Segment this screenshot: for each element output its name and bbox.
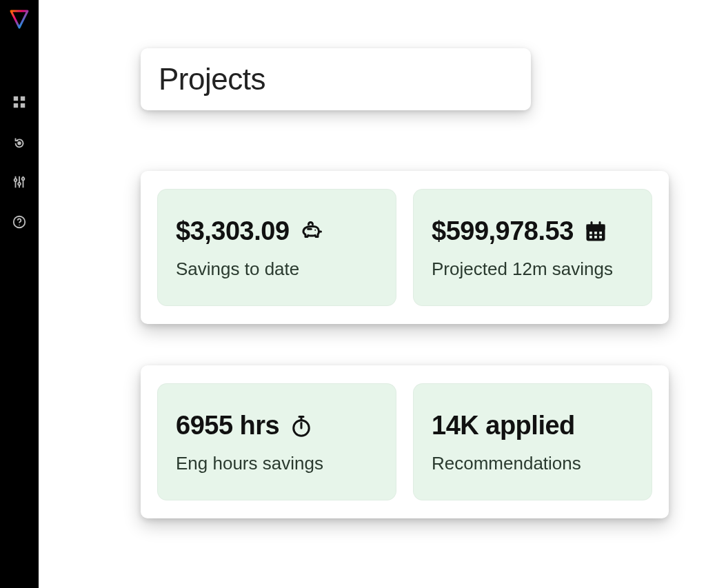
stat-eng-hours: 6955 hrs Eng hours savings (157, 383, 396, 500)
sidebar (0, 0, 39, 588)
stat-value: $599,978.53 (432, 216, 574, 246)
nav-dashboard[interactable] (11, 95, 28, 112)
svg-rect-24 (599, 236, 602, 239)
svg-rect-21 (599, 232, 602, 234)
svg-point-11 (22, 178, 25, 181)
svg-rect-19 (589, 232, 592, 234)
svg-rect-18 (598, 221, 601, 227)
svg-rect-17 (590, 221, 592, 227)
stat-savings-to-date: $3,303.09 Savings to date (157, 189, 396, 306)
svg-rect-4 (21, 103, 25, 108)
stat-label: Eng hours savings (176, 453, 378, 474)
stat-value-row: $3,303.09 (176, 216, 378, 246)
stat-value-row: $599,978.53 (432, 216, 634, 246)
dashboard-icon (12, 94, 27, 112)
stat-label: Projected 12m savings (432, 258, 634, 280)
svg-rect-20 (594, 232, 597, 234)
help-icon (12, 214, 27, 232)
nav-sliders[interactable] (11, 175, 28, 192)
stat-label: Recommendations (432, 453, 634, 474)
stat-label: Savings to date (176, 258, 378, 280)
stat-value-row: 6955 hrs (176, 411, 378, 440)
nav-refresh-cycle[interactable] (11, 135, 28, 152)
page-title: Projects (159, 62, 265, 97)
app-logo[interactable] (8, 8, 30, 30)
page-title-card: Projects (141, 48, 531, 110)
svg-rect-3 (14, 103, 18, 108)
main-content: Projects $3,303.09 Savi (39, 0, 706, 588)
svg-point-13 (19, 225, 19, 225)
app-root: Projects $3,303.09 Savi (0, 0, 706, 588)
stat-recommendations: 14K applied Recommendations (413, 383, 652, 500)
svg-marker-0 (11, 11, 28, 28)
stat-value: 14K applied (432, 411, 575, 440)
svg-rect-2 (21, 97, 25, 101)
stat-value: 6955 hrs (176, 411, 279, 440)
svg-point-9 (18, 183, 21, 185)
svg-point-14 (314, 229, 316, 230)
stopwatch-icon (289, 414, 314, 438)
svg-rect-1 (14, 97, 18, 101)
svg-rect-23 (594, 236, 597, 239)
svg-point-7 (14, 179, 17, 181)
sidebar-nav (11, 95, 28, 232)
svg-rect-16 (586, 224, 605, 230)
refresh-cycle-icon (12, 134, 27, 152)
stat-value: $3,303.09 (176, 216, 290, 246)
calendar-icon (583, 219, 608, 244)
stats-panel-1: $3,303.09 Savings to date $ (141, 171, 669, 324)
stat-projected-12m: $599,978.53 (413, 189, 652, 306)
svg-rect-22 (589, 236, 592, 239)
svg-point-5 (17, 141, 21, 145)
piggy-bank-icon (299, 219, 324, 244)
sliders-icon (12, 174, 27, 192)
stats-panel-2: 6955 hrs Eng hours savings 14K applied (141, 365, 669, 518)
nav-help[interactable] (11, 215, 28, 232)
stat-value-row: 14K applied (432, 411, 634, 440)
